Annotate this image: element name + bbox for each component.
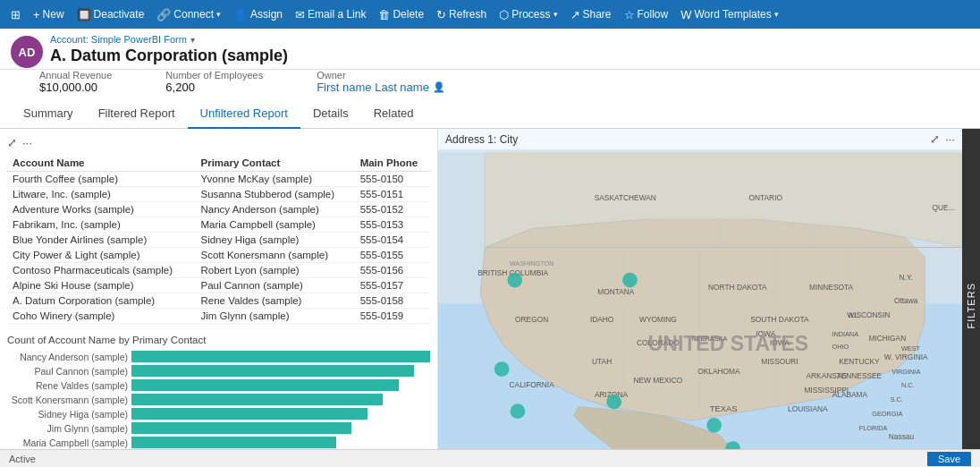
svg-text:CALIFORNIA: CALIFORNIA <box>510 380 555 389</box>
bar-fill <box>131 408 368 420</box>
new-icon: + <box>33 8 40 21</box>
bar-chart: Nancy Anderson (sample)Paul Cannon (samp… <box>7 351 430 463</box>
main-content: ⤢ ··· Account Name Primary Contact Main … <box>0 129 980 467</box>
connect-button[interactable]: 🔗 Connect ▾ <box>151 2 226 27</box>
delete-icon: 🗑 <box>378 8 390 21</box>
process-chevron-icon: ▾ <box>553 10 558 19</box>
bar-label: Rene Valdes (sample) <box>7 380 128 391</box>
email-icon: ✉ <box>295 8 305 21</box>
map-controls: ⤢ ··· <box>930 132 955 146</box>
bar-fill <box>131 351 430 362</box>
col-account-name: Account Name <box>7 155 196 172</box>
status-text: Active <box>9 454 36 464</box>
delete-button[interactable]: 🗑 Delete <box>373 2 429 27</box>
map-header: Address 1: City ⤢ ··· <box>438 129 962 149</box>
table-row[interactable]: Fabrikam, Inc. (sample)Maria Campbell (s… <box>7 217 430 233</box>
process-button[interactable]: ⬡ Process ▾ <box>494 2 562 27</box>
svg-text:IDAHO: IDAHO <box>590 315 614 324</box>
connect-icon: 🔗 <box>156 8 171 21</box>
svg-text:SASKATCHEWAN: SASKATCHEWAN <box>595 193 656 202</box>
table-row[interactable]: A. Datum Corporation (sample)Rene Valdes… <box>7 293 430 309</box>
chart-title: Count of Account Name by Primary Contact <box>7 335 430 345</box>
avatar: AD <box>11 36 43 68</box>
account-header: AD Account: Simple PowerBI Form ▾ A. Dat… <box>0 29 980 70</box>
col-primary-contact: Primary Contact <box>196 155 355 172</box>
table-row[interactable]: Coho Winery (sample)Jim Glynn (sample)55… <box>7 309 430 324</box>
save-button[interactable]: Save <box>927 452 971 466</box>
svg-text:N.Y.: N.Y. <box>900 273 913 282</box>
svg-text:N.C.: N.C. <box>901 381 915 389</box>
svg-text:W. VIRGINIA: W. VIRGINIA <box>884 352 928 361</box>
chart-section: Count of Account Name by Primary Contact… <box>7 335 430 463</box>
table-row[interactable]: Fourth Coffee (sample)Yvonne McKay (samp… <box>7 172 430 187</box>
table-row[interactable]: Adventure Works (sample)Nancy Anderson (… <box>7 202 430 217</box>
tab-summary[interactable]: Summary <box>11 99 86 129</box>
table-expand-icon[interactable]: ⤢ <box>7 136 17 149</box>
svg-text:UTAH: UTAH <box>592 357 612 366</box>
svg-text:OREGON: OREGON <box>515 315 548 324</box>
bar-container <box>131 422 430 434</box>
breadcrumb-chevron-icon: ▾ <box>190 35 195 45</box>
map-expand-icon[interactable]: ⤢ <box>930 132 940 146</box>
map-more-icon[interactable]: ··· <box>945 132 955 146</box>
share-button[interactable]: ↗ Share <box>565 2 617 27</box>
svg-text:ONTARIO: ONTARIO <box>749 193 783 202</box>
deactivate-button[interactable]: 🔲 Deactivate <box>72 2 150 27</box>
map-point <box>511 403 526 419</box>
map-container: MONTANA NORTH DAKOTA MINNESOTA WISCONSIN… <box>438 152 962 467</box>
word-templates-button[interactable]: W Word Templates ▾ <box>675 2 784 27</box>
email-button[interactable]: ✉ Email a Link <box>290 2 371 27</box>
breadcrumb[interactable]: Account: Simple PowerBI Form ▾ <box>50 34 969 45</box>
bar-row: Rene Valdes (sample) <box>7 379 430 391</box>
tab-filtered-report[interactable]: Filtered Report <box>86 99 188 129</box>
page-title: A. Datum Corporation (sample) <box>50 47 969 65</box>
table-row[interactable]: Blue Yonder Airlines (sample)Sidney Higa… <box>7 233 430 248</box>
tab-details[interactable]: Details <box>300 99 361 129</box>
bar-row: Paul Cannon (sample) <box>7 365 430 377</box>
nav-tabs: Summary Filtered Report Unfiltered Repor… <box>0 99 980 129</box>
owner-link[interactable]: First name Last name👤 <box>317 81 445 94</box>
refresh-button[interactable]: ↻ Refresh <box>431 2 492 27</box>
assign-button[interactable]: 👤 Assign <box>228 2 288 27</box>
follow-button[interactable]: ☆ Follow <box>619 2 674 27</box>
status-bar: Active Save <box>0 449 980 467</box>
deactivate-icon: 🔲 <box>77 8 91 21</box>
bar-label: Jim Glynn (sample) <box>7 423 128 434</box>
bar-container <box>131 408 430 420</box>
assign-icon: 👤 <box>233 8 248 21</box>
tab-unfiltered-report[interactable]: Unfiltered Report <box>188 99 300 129</box>
new-button[interactable]: + New <box>28 2 70 27</box>
filters-sidebar[interactable]: FILTERS <box>962 129 980 467</box>
table-row[interactable]: Litware, Inc. (sample)Susanna Stubberod … <box>7 187 430 202</box>
svg-text:MISSOURI: MISSOURI <box>761 357 798 366</box>
word-chevron-icon: ▾ <box>774 10 779 19</box>
bar-container <box>131 379 430 391</box>
accounts-table: Account Name Primary Contact Main Phone … <box>7 155 430 324</box>
bar-container <box>131 365 430 377</box>
table-row[interactable]: City Power & Light (sample)Scott Konersm… <box>7 248 430 263</box>
svg-text:SOUTH DAKOTA: SOUTH DAKOTA <box>750 315 809 324</box>
owner-field: Owner First name Last name👤 <box>317 70 445 94</box>
svg-text:ARKANSAS: ARKANSAS <box>807 371 848 380</box>
svg-text:INDIANA: INDIANA <box>832 330 858 338</box>
bar-label: Scott Konersmann (sample) <box>7 395 128 405</box>
table-more-icon[interactable]: ··· <box>22 136 32 149</box>
tab-related[interactable]: Related <box>361 99 427 129</box>
refresh-icon: ↻ <box>436 8 446 21</box>
svg-text:MISSISSIPPI: MISSISSIPPI <box>804 386 849 395</box>
svg-text:VIRGINIA: VIRGINIA <box>891 368 920 376</box>
bar-fill <box>131 437 336 448</box>
connect-chevron-icon: ▾ <box>216 10 221 19</box>
bar-row: Maria Campbell (sample) <box>7 437 430 448</box>
left-panel: ⤢ ··· Account Name Primary Contact Main … <box>0 129 438 467</box>
svg-text:WYOMING: WYOMING <box>639 315 677 324</box>
table-row[interactable]: Contoso Pharmaceuticals (sample)Robert L… <box>7 263 430 278</box>
svg-text:GEORGIA: GEORGIA <box>872 410 902 418</box>
bar-fill <box>131 422 351 434</box>
svg-text:KENTUCKY: KENTUCKY <box>839 357 880 366</box>
table-row[interactable]: Alpine Ski House (sample)Paul Cannon (sa… <box>7 278 430 293</box>
bar-fill <box>131 379 399 391</box>
svg-text:TEXAS: TEXAS <box>710 403 738 413</box>
account-info: Account: Simple PowerBI Form ▾ A. Datum … <box>50 34 969 69</box>
apps-button[interactable]: ⊞ <box>5 2 26 27</box>
